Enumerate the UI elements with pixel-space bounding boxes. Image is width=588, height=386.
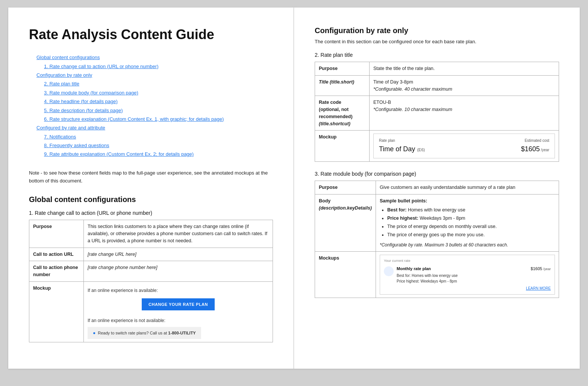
note-text: Note - to see how these content fields m…: [29, 169, 273, 185]
cell-cta-url-value: [rate change URL here]: [84, 248, 273, 261]
cell-ratecode-value: ETOU-B *Configurable. 10 character maxim…: [370, 96, 559, 131]
table-row-mockup: Mockup If an online experience is availa…: [29, 281, 273, 342]
table-row-mockup: Mockup Rate plan Time of Day (E6): [315, 131, 559, 162]
toc-link-item8[interactable]: 8. Frequently asked questions: [29, 141, 273, 150]
table-row: Purpose State the title of the rate plan…: [315, 62, 559, 76]
toc-link-config-attr[interactable]: Configured by rate and attribute: [29, 123, 273, 132]
cell-ratecode-label: Rate code(optional, notrecommended)(titl…: [315, 96, 370, 131]
offline-label: If an online experience is not available…: [88, 317, 269, 324]
cell-body-content: Sample bullet points: Best for: Homes wi…: [376, 195, 559, 252]
global-content-heading: Global content configurations: [29, 195, 273, 204]
toc-link-config-rate[interactable]: Configuration by rate only: [29, 71, 273, 79]
cell-purpose-value: State the title of the rate plan.: [370, 62, 559, 76]
rm-top-label: Your current rate: [384, 258, 551, 263]
rm-bullets: Best for: Homes with low energy use Pric…: [397, 273, 551, 284]
cell-mockup-content: If an online experience is available: CH…: [84, 281, 273, 342]
toc-link-item4[interactable]: 4. Rate headline (for details page): [29, 97, 273, 106]
table-row: Purpose Give customers an easily underst…: [315, 181, 559, 195]
rate-plan-right: Estimated cost $1605 /year: [521, 138, 549, 154]
cell-purpose-label: Purpose: [315, 181, 376, 195]
cell-cta-phone-value: [rate change phone number here]: [84, 261, 273, 282]
list-item: The price of energy goes up the more you…: [387, 231, 555, 239]
subsection1-heading: 1. Rate change call to action (URL or ph…: [29, 210, 273, 216]
table-2: Purpose State the title of the rate plan…: [315, 62, 559, 162]
table-row: Call to action URL [rate change URL here…: [29, 248, 273, 261]
table-row-mockups: Mockups Your current rate Monthly rate p…: [315, 251, 559, 298]
rm-content: Monthly rate plan $1605 /year Best for: …: [397, 266, 551, 291]
rm-title-row: Monthly rate plan $1605 /year: [397, 266, 551, 272]
cell-purpose-label: Purpose: [29, 220, 84, 248]
config-by-rate-heading: Configuration by rate only: [315, 26, 559, 35]
toc-link-item2[interactable]: 2. Rate plan title: [29, 79, 273, 88]
table-row: Purpose This section links customers to …: [29, 220, 273, 248]
phone-icon: ●: [93, 330, 95, 336]
cell-cta-phone-label: Call to action phone number: [29, 261, 84, 282]
cell-mockups-content: Your current rate Monthly rate plan $160…: [376, 251, 559, 298]
rate-plan-label: Rate plan: [379, 138, 425, 143]
right-page: Configuration by rate only The content i…: [294, 8, 580, 369]
left-page: Rate Analysis Content Guide Global conte…: [8, 8, 294, 369]
table-1: Purpose This section links customers to …: [29, 220, 273, 342]
rm-icon: [384, 266, 394, 276]
toc-link-item1[interactable]: 1. Rate change call to action (URL or ph…: [29, 62, 273, 71]
table-row: Body(description.keyDetails) Sample bull…: [315, 195, 559, 252]
cell-title-label: Title (title.short): [315, 75, 370, 96]
pages-wrapper: Rate Analysis Content Guide Global conte…: [8, 8, 580, 369]
list-item: The price of energy depends on monthly o…: [387, 223, 555, 230]
cell-mockups-label: Mockups: [315, 251, 376, 298]
table-row: Rate code(optional, notrecommended)(titl…: [315, 96, 559, 131]
rate-module-mockup: Your current rate Monthly rate plan $160…: [380, 255, 555, 295]
toc-link-item6[interactable]: 6. Rate structure explanation (Custom Co…: [29, 115, 273, 123]
config-subtitle: The content in this section can be confi…: [315, 39, 559, 44]
main-title: Rate Analysis Content Guide: [29, 26, 273, 43]
change-rate-plan-button[interactable]: CHANGE YOUR RATE PLAN: [142, 298, 215, 311]
rate-plan-title-mockup: Time of Day (E6): [379, 144, 425, 154]
cell-title-value: Time of Day 3-8pm *Configurable. 40 char…: [370, 75, 559, 96]
toc-link-item3[interactable]: 3. Rate module body (for comparison page…: [29, 88, 273, 97]
section3-heading: 3. Rate module body (for comparison page…: [315, 171, 559, 177]
bullet-list: Best for: Homes with low energy use Pric…: [380, 206, 555, 239]
rate-plan-mockup: Rate plan Time of Day (E6) Estimated cos…: [373, 134, 555, 158]
phone-banner: ● Ready to switch rate plans? Call us at…: [88, 327, 201, 339]
toc-link-global[interactable]: Global content configurations: [29, 53, 273, 62]
online-available-label: If an online experience is available:: [88, 287, 269, 294]
table-row: Title (title.short) Time of Day 3-8pm *C…: [315, 75, 559, 96]
list-item: Price highest: Weekdays 3pm - 8pm: [387, 214, 555, 222]
table-3: Purpose Give customers an easily underst…: [315, 181, 559, 298]
table-row: Call to action phone number [rate change…: [29, 261, 273, 282]
cell-cta-url-label: Call to action URL: [29, 248, 84, 261]
toc-link-item9[interactable]: 9. Rate attribute explanation (Custom Co…: [29, 150, 273, 158]
cell-mockup-content: Rate plan Time of Day (E6) Estimated cos…: [370, 131, 559, 162]
table-of-contents: Global content configurations 1. Rate ch…: [29, 53, 273, 159]
cell-purpose-value: Give customers an easily understandable …: [376, 181, 559, 195]
cell-mockup-label: Mockup: [315, 131, 370, 162]
learn-more-link[interactable]: LEARN MORE: [526, 286, 551, 290]
rm-row: Monthly rate plan $1605 /year Best for: …: [384, 266, 551, 291]
phone-text: Ready to switch rate plans? Call us at 1…: [98, 330, 195, 336]
toc-link-item7[interactable]: 7. Notifications: [29, 132, 273, 141]
toc-link-item5[interactable]: 5. Rate description (for details page): [29, 106, 273, 115]
list-item: Best for: Homes with low energy use: [387, 206, 555, 214]
cell-mockup-label: Mockup: [29, 281, 84, 342]
rate-plan-left: Rate plan Time of Day (E6): [379, 138, 425, 154]
section2-heading: 2. Rate plan title: [315, 52, 559, 58]
cell-purpose-value: This section links customers to a place …: [84, 220, 273, 248]
cell-purpose-label: Purpose: [315, 62, 370, 76]
body-configurable-note: *Configurable by rate. Maximum 3 bullets…: [380, 242, 555, 248]
cell-body-label: Body(description.keyDetails): [315, 195, 376, 252]
